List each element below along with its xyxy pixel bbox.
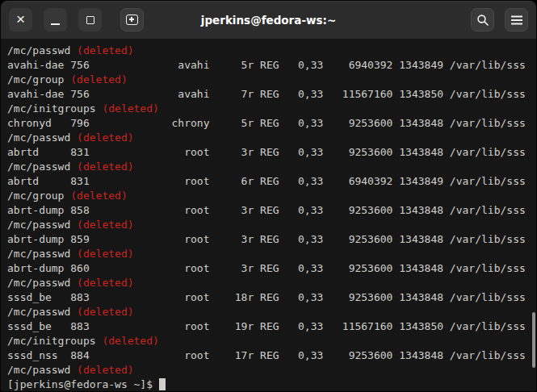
search-icon bbox=[476, 14, 489, 27]
terminal-line-wrap: /mc/passwd (deleted) bbox=[7, 44, 536, 58]
window-title: jperkins@fedora-ws:~ bbox=[201, 14, 336, 27]
terminal-line-wrap: /mc/passwd (deleted) bbox=[7, 160, 536, 174]
terminal-line: avahi-dae 756 avahi 5r REG 0,33 6940392 … bbox=[7, 58, 536, 73]
deleted-text: (deleted) bbox=[102, 102, 158, 115]
deleted-text: (deleted) bbox=[77, 131, 133, 144]
prompt-line: [jperkins@fedora-ws ~]$ bbox=[7, 377, 536, 391]
deleted-text: (deleted) bbox=[77, 306, 133, 318]
terminal-line-wrap: /mc/group (deleted) bbox=[7, 73, 536, 87]
line-text: abrt-dump 860 root 3r REG 0,33 9253600 1… bbox=[7, 262, 526, 274]
terminal-line-wrap: /mc/passwd (deleted) bbox=[7, 131, 536, 145]
terminal-line: abrt-dump 858 root 3r REG 0,33 9253600 1… bbox=[7, 203, 536, 218]
deleted-text: (deleted) bbox=[77, 248, 133, 260]
close-button[interactable]: × bbox=[9, 8, 32, 31]
new-tab-button[interactable] bbox=[120, 8, 144, 31]
terminal-line-wrap: /mc/initgroups (deleted) bbox=[7, 334, 536, 348]
terminal-output: /mc/passwd (deleted)avahi-dae 756 avahi … bbox=[7, 44, 536, 377]
terminal-line-wrap: /mc/passwd (deleted) bbox=[7, 247, 536, 261]
terminal-line: avahi-dae 756 avahi 7r REG 0,33 11567160… bbox=[7, 87, 536, 102]
terminal-cursor bbox=[159, 378, 166, 390]
line-text: chronyd 796 chrony 5r REG 0,33 9253600 1… bbox=[7, 117, 526, 129]
line-text: /mc/group bbox=[7, 190, 70, 202]
terminal-line: abrtd 831 root 3r REG 0,33 9253600 13438… bbox=[7, 145, 536, 160]
line-text: /mc/initgroups bbox=[7, 335, 102, 347]
deleted-text: (deleted) bbox=[102, 335, 158, 347]
terminal-line-wrap: /mc/passwd (deleted) bbox=[7, 305, 536, 319]
deleted-text: (deleted) bbox=[77, 44, 133, 56]
terminal-line: abrt-dump 859 root 3r REG 0,33 9253600 1… bbox=[7, 232, 536, 247]
line-text: avahi-dae 756 avahi 7r REG 0,33 11567160… bbox=[7, 88, 526, 100]
line-text: /mc/group bbox=[7, 73, 70, 85]
terminal-line-wrap: /mc/passwd (deleted) bbox=[7, 276, 536, 290]
terminal-line: sssd_be 883 root 18r REG 0,33 9253600 13… bbox=[7, 290, 536, 305]
hamburger-menu-icon bbox=[511, 19, 522, 21]
terminal-line-wrap: /mc/passwd (deleted) bbox=[7, 218, 536, 232]
terminal-line: sssd_be 883 root 19r REG 0,33 11567160 1… bbox=[7, 319, 536, 334]
line-text: /mc/passwd bbox=[7, 248, 77, 260]
deleted-text: (deleted) bbox=[77, 219, 133, 231]
close-icon: × bbox=[16, 11, 25, 27]
line-text: /mc/passwd bbox=[7, 219, 77, 231]
deleted-text: (deleted) bbox=[77, 277, 133, 289]
titlebar-right-controls bbox=[471, 8, 528, 31]
terminal-line-wrap: /mc/group (deleted) bbox=[7, 189, 536, 203]
line-text: abrt-dump 859 root 3r REG 0,33 9253600 1… bbox=[7, 233, 526, 245]
line-text: avahi-dae 756 avahi 5r REG 0,33 6940392 … bbox=[7, 59, 526, 71]
deleted-text: (deleted) bbox=[77, 161, 133, 173]
titlebar[interactable]: × jperkins@fedora-ws:~ bbox=[1, 1, 536, 40]
terminal-line-wrap: /mc/passwd (deleted) bbox=[7, 363, 536, 377]
terminal-body[interactable]: /mc/passwd (deleted)avahi-dae 756 avahi … bbox=[1, 40, 536, 391]
line-text: /mc/passwd bbox=[7, 161, 77, 173]
line-text: sssd_be 883 root 18r REG 0,33 9253600 13… bbox=[7, 291, 526, 303]
deleted-text: (deleted) bbox=[77, 364, 133, 376]
terminal-line: abrtd 831 root 6r REG 0,33 6940392 13438… bbox=[7, 174, 536, 189]
line-text: /mc/passwd bbox=[7, 306, 77, 318]
prompt-text: [jperkins@fedora-ws ~]$ bbox=[7, 378, 159, 390]
terminal-window: × jperkins@fedora-ws:~ bbox=[0, 0, 537, 392]
line-text: sssd_nss 884 root 17r REG 0,33 9253600 1… bbox=[7, 349, 526, 361]
titlebar-left-controls: × bbox=[9, 8, 144, 31]
terminal-line: sssd_nss 884 root 17r REG 0,33 9253600 1… bbox=[7, 348, 536, 363]
line-text: sssd_be 883 root 19r REG 0,33 11567160 1… bbox=[7, 320, 526, 332]
line-text: /mc/passwd bbox=[7, 131, 77, 144]
deleted-text: (deleted) bbox=[70, 73, 127, 85]
maximize-icon bbox=[86, 16, 94, 24]
line-text: /mc/passwd bbox=[7, 44, 77, 56]
terminal-line-wrap: /mc/initgroups (deleted) bbox=[7, 102, 536, 116]
menu-button[interactable] bbox=[505, 8, 528, 31]
line-text: abrtd 831 root 6r REG 0,33 6940392 13438… bbox=[7, 175, 526, 187]
line-text: abrtd 831 root 3r REG 0,33 9253600 13438… bbox=[7, 146, 526, 158]
line-text: /mc/initgroups bbox=[7, 102, 102, 115]
scrollbar-thumb[interactable] bbox=[532, 312, 535, 368]
deleted-text: (deleted) bbox=[70, 190, 127, 202]
new-tab-icon bbox=[126, 15, 138, 25]
minimize-icon bbox=[51, 23, 60, 25]
line-text: abrt-dump 858 root 3r REG 0,33 9253600 1… bbox=[7, 204, 526, 216]
line-text: /mc/passwd bbox=[7, 277, 77, 289]
search-button[interactable] bbox=[471, 8, 494, 31]
terminal-line: abrt-dump 860 root 3r REG 0,33 9253600 1… bbox=[7, 261, 536, 276]
minimize-button[interactable] bbox=[44, 8, 67, 31]
line-text: /mc/passwd bbox=[7, 364, 77, 376]
maximize-button[interactable] bbox=[78, 8, 102, 31]
terminal-line: chronyd 796 chrony 5r REG 0,33 9253600 1… bbox=[7, 116, 536, 131]
